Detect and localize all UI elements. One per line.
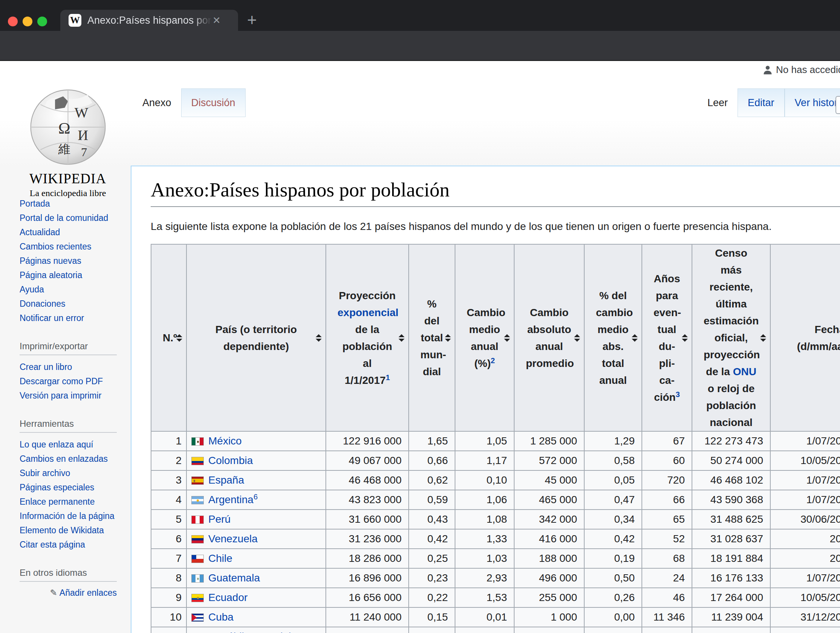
svg-text:7: 7 [81, 145, 87, 159]
page-title: Anexo:Países hispanos por población [151, 178, 840, 207]
exponencial-link[interactable]: exponencial [338, 307, 398, 318]
footnote-ref[interactable]: 3 [676, 390, 680, 398]
col-header-cambio-medio[interactable]: Cambio medio anual (%)2 [455, 244, 514, 431]
new-tab-button[interactable]: + [247, 11, 257, 29]
pct-world-cell: 0,25 [409, 549, 455, 568]
country-link[interactable]: Cuba [208, 611, 234, 623]
sidebar-link[interactable]: Citar esta página [20, 540, 85, 550]
tab-title: Anexo:Países hispanos por pobla [87, 15, 212, 26]
browser-tab[interactable]: W Anexo:Países hispanos por pobla ✕ [60, 10, 238, 31]
table-row: 10 Cuba 11 240 000 0,15 0,01 1 000 0,00 … [151, 608, 840, 627]
sidebar-item: Portada [20, 197, 117, 211]
login-status-label[interactable]: No has accedido [776, 64, 840, 76]
sidebar-link[interactable]: Enlace permanente [20, 497, 95, 507]
view-tab[interactable]: Editar [737, 88, 785, 117]
sidebar-link[interactable]: Portal de la comunidad [20, 213, 108, 223]
country-link[interactable]: México [208, 435, 242, 447]
sidebar-item: Portal de la comunidad [20, 211, 117, 225]
country-link[interactable]: Argentina [208, 494, 254, 505]
sidebar-link[interactable]: Páginas especiales [20, 482, 94, 492]
browser-window: W Anexo:Países hispanos por pobla ✕ + we… [0, 0, 840, 633]
country-cell: Perú [186, 510, 326, 529]
col-header-pct-mundial[interactable]: % del total mun- dial [409, 244, 455, 431]
user-icon [763, 65, 773, 75]
wikipedia-logo[interactable]: Ω W И 維 7 WIKIPEDIA La enciclopedia libr… [15, 76, 120, 198]
sidebar-link[interactable]: Información de la página [20, 511, 115, 521]
svg-text:Ω: Ω [58, 119, 70, 137]
country-link[interactable]: España [208, 474, 244, 486]
country-flag-icon [191, 457, 204, 465]
country-link[interactable]: República Dominicana [208, 631, 314, 633]
sidebar-link[interactable]: Cambios en enlazadas [20, 454, 108, 464]
onu-link[interactable]: ONU [733, 366, 756, 378]
sidebar-link[interactable]: Actualidad [20, 227, 60, 237]
country-link[interactable]: Ecuador [208, 592, 248, 603]
add-links: ✎Añadir enlaces [20, 588, 117, 598]
col-header-numero[interactable]: N.º [151, 244, 186, 431]
window-minimize-button[interactable] [23, 17, 32, 26]
pct-world-cell: 0,15 [409, 608, 455, 627]
country-link[interactable]: Venezuela [208, 533, 257, 545]
namespace-tab[interactable]: Discusión [181, 88, 246, 117]
view-tab[interactable]: Leer [698, 88, 737, 117]
footnote-ref[interactable]: 6 [254, 493, 257, 501]
pct-world-cell: 0,42 [409, 529, 455, 549]
pct-change-cell: 0,47 [584, 490, 642, 510]
sidebar-item: Cambios en enlazadas [20, 452, 117, 466]
sidebar-link[interactable]: Página aleatoria [20, 270, 82, 280]
personal-bar[interactable]: No has accedido [763, 64, 840, 76]
country-link[interactable]: Chile [208, 553, 232, 564]
sidebar-item: Ayuda [20, 282, 117, 296]
window-zoom-button[interactable] [37, 17, 47, 26]
doubling-years-cell: 73 [642, 627, 692, 633]
window-close-button[interactable] [8, 17, 18, 26]
sidebar-link[interactable]: Descargar como PDF [20, 376, 103, 386]
col-header-censo[interactable]: Censo más reciente, última estimación of… [692, 244, 770, 431]
pct-world-cell: 0,59 [409, 490, 455, 510]
date-cell: 31/12/20 [770, 608, 840, 627]
sidebar-item: Descargar como PDF [20, 374, 117, 388]
country-link[interactable]: Colombia [208, 455, 253, 466]
sidebar-nav-list: PortadaPortal de la comunidadActualidadC… [20, 197, 117, 325]
pct-change-cell: 0,42 [584, 529, 642, 549]
sidebar-link[interactable]: Páginas nuevas [20, 256, 81, 266]
tab-label: Anexo [142, 97, 171, 109]
sidebar-link[interactable]: Donaciones [20, 299, 65, 309]
namespace-tab[interactable]: Anexo [133, 88, 181, 117]
sidebar-link[interactable]: Portada [20, 199, 50, 208]
sidebar-link[interactable]: Notificar un error [20, 313, 84, 323]
search-input[interactable] [835, 96, 840, 114]
col-header-proyeccion[interactable]: Proyección exponencial de la población a… [326, 244, 409, 431]
col-header-pct-cambio[interactable]: % del cambio medio abs. total anual [584, 244, 642, 431]
sidebar-link[interactable]: Ayuda [20, 285, 44, 294]
country-flag-icon [191, 535, 204, 543]
col-header-anos-duplicacion[interactable]: Años para even- tual du- pli- ca- ción3 [642, 244, 692, 431]
view-tab[interactable]: Ver historial [785, 88, 840, 117]
sidebar-link[interactable]: Versión para imprimir [20, 391, 101, 400]
sidebar-link[interactable]: Crear un libro [20, 362, 72, 372]
col-header-pais[interactable]: País (o territorio dependiente) [186, 244, 326, 431]
intro-paragraph: La siguiente lista expone la población d… [151, 220, 840, 233]
svg-text:W: W [74, 105, 88, 120]
col-header-fecha[interactable]: Fecha (d/mm/aaaa)4 [770, 244, 840, 431]
country-link[interactable]: Perú [208, 513, 231, 525]
sidebar-item: Notificar un error [20, 311, 117, 325]
country-link[interactable]: Guatemala [208, 572, 260, 584]
header-label: Censo más reciente, última estimación of… [704, 247, 760, 378]
footnote-ref[interactable]: 2 [491, 356, 495, 364]
footnote-ref[interactable]: 1 [386, 373, 390, 381]
sidebar-link[interactable]: Elemento de Wikidata [20, 525, 104, 535]
table-row: 3 España 46 468 000 0,62 0,10 45 000 0,0… [151, 471, 840, 490]
doubling-years-cell: 60 [642, 451, 692, 471]
col-header-cambio-absoluto[interactable]: Cambio absoluto anual promedio [514, 244, 584, 431]
sidebar-heading-tools: Herramientas [20, 419, 117, 433]
sidebar-link[interactable]: Subir archivo [20, 468, 70, 478]
add-links-link[interactable]: Añadir enlaces [60, 588, 117, 598]
doubling-years-cell: 46 [642, 588, 692, 608]
sidebar-link[interactable]: Cambios recientes [20, 242, 91, 251]
tab-label: Leer [707, 97, 728, 109]
sidebar-link[interactable]: Lo que enlaza aquí [20, 439, 93, 449]
tab-close-icon[interactable]: ✕ [212, 15, 221, 26]
country-cell: Ecuador [186, 588, 326, 608]
date-cell: 1/07/20 [770, 471, 840, 490]
